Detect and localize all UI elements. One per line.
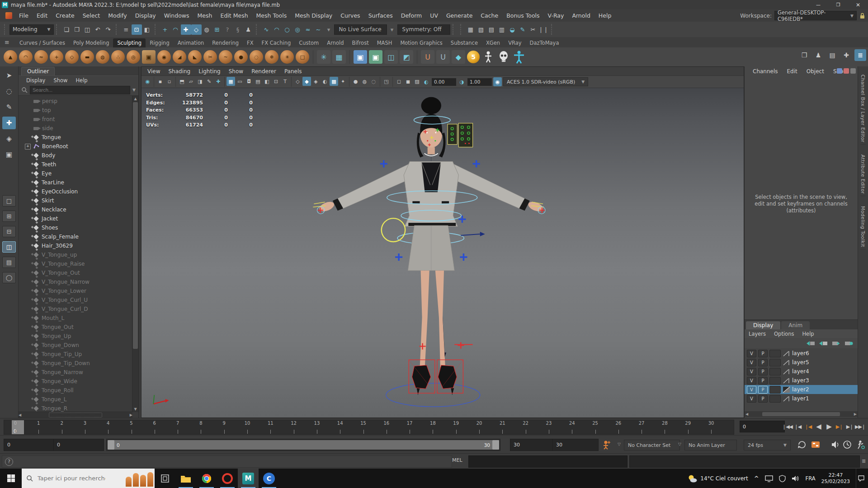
layer-row-layer5[interactable]: VPlayer5: [745, 358, 858, 367]
shelf-tab-motion-graphics[interactable]: Motion Graphics: [396, 38, 446, 47]
outliner-item-v_tongue_up[interactable]: V_Tongue_up: [19, 250, 138, 259]
layer-row-layer4[interactable]: VPlayer4: [745, 367, 858, 376]
outliner-item-v_tongue_lower[interactable]: V_Tongue_Lower: [19, 286, 138, 296]
sidebar-tab-attribute-editor[interactable]: Attribute Editor: [860, 153, 866, 196]
outliner-menu-item[interactable]: Show: [49, 77, 71, 84]
file-save-icon[interactable]: ◫: [82, 24, 93, 35]
foamy-brush-icon[interactable]: ◍: [96, 50, 109, 64]
outliner-item-hair_30629[interactable]: Hair_30629: [19, 241, 138, 250]
ipr-render-icon[interactable]: ▧: [476, 24, 486, 35]
spray-brush-icon[interactable]: ∴: [111, 50, 125, 64]
outliner-item-tongue_tip_up[interactable]: Tongue_Tip_Up: [19, 350, 138, 359]
shelf-tab-fx-caching[interactable]: FX Caching: [258, 38, 295, 47]
outliner-item-tongue_up[interactable]: Tongue_Up: [19, 332, 138, 341]
outliner-item-side[interactable]: side: [19, 124, 138, 133]
freeze-brush-icon[interactable]: ❄: [265, 50, 278, 64]
menu-item[interactable]: Mesh Tools: [252, 12, 291, 19]
outliner-item-boneroot[interactable]: +BoneRoot: [19, 142, 138, 151]
character-skirt[interactable]: [408, 225, 454, 271]
speed-icon[interactable]: [844, 68, 849, 74]
channel-box-menu-item[interactable]: Object: [802, 68, 829, 75]
smooth-brush-icon[interactable]: ◠: [19, 50, 33, 64]
character-set-dropdown[interactable]: No Character Set: [624, 440, 680, 450]
shelf-tab-fx[interactable]: FX: [243, 38, 258, 47]
outliner-item-body[interactable]: Body: [19, 151, 138, 160]
lock-camera-icon[interactable]: ▪: [156, 77, 165, 86]
layer-editor-menu-item[interactable]: Help: [798, 331, 818, 337]
evaluation-runner-icon[interactable]: [854, 440, 865, 450]
xray-icon[interactable]: ◻: [395, 77, 403, 86]
channel-box-menu-item[interactable]: Channels: [748, 68, 783, 75]
timeline-frame-number[interactable]: 25: [592, 421, 598, 426]
outliner-item-eye[interactable]: Eye: [19, 169, 138, 178]
scale-tool[interactable]: ▣: [2, 148, 16, 161]
maya-taskbar-button[interactable]: M: [238, 469, 259, 488]
chrome-button[interactable]: [196, 469, 217, 488]
menu-item[interactable]: Surfaces: [364, 12, 397, 19]
expand-icon[interactable]: +: [25, 144, 31, 150]
shelf-tab-curves-surfaces[interactable]: Curves / Surfaces: [15, 38, 69, 47]
timeline-frame-number[interactable]: 8: [199, 421, 202, 426]
select-by-hierarchy-icon[interactable]: ≡: [121, 24, 132, 35]
range-end-handle[interactable]: [492, 440, 499, 450]
field-chart-icon[interactable]: ◧: [263, 77, 271, 86]
wireframe-icon[interactable]: ◇: [293, 77, 302, 86]
safe-action-icon[interactable]: ⊡: [272, 77, 280, 86]
fps-dropdown[interactable]: 24 fps ▼: [744, 440, 791, 450]
shelf-tab-custom[interactable]: Custom: [295, 38, 323, 47]
character-head[interactable]: [417, 97, 446, 158]
curve-tool-1-icon[interactable]: ∿: [261, 24, 272, 35]
pinch-brush-icon[interactable]: ◇: [65, 50, 79, 64]
mute-audio-icon[interactable]: [830, 440, 841, 450]
outliner-item-tongue_out[interactable]: Tongue_Out: [19, 323, 138, 332]
viewport-menu-item[interactable]: Shading: [164, 68, 194, 75]
relax-brush-icon[interactable]: ≈: [34, 50, 48, 64]
colorspace-toggle-icon[interactable]: ◉: [493, 77, 502, 86]
step-forward-key-button[interactable]: ▶❘: [834, 421, 844, 432]
curve-tool-6-icon[interactable]: ~: [313, 24, 324, 35]
outliner-item-v_tongue_raise[interactable]: V_Tongue_Raise: [19, 259, 138, 268]
menu-item[interactable]: Edit Mesh: [216, 12, 252, 19]
shelf-tab-mash[interactable]: MASH: [373, 38, 396, 47]
magnet-alt-icon[interactable]: U: [436, 50, 450, 64]
shelf-tab-rendering[interactable]: Rendering: [208, 38, 243, 47]
outliner-item-v_tongue_curl_u[interactable]: V_Tongue_Curl_U: [19, 296, 138, 305]
timeline-frame-number[interactable]: 4: [107, 421, 109, 426]
outliner-item-tongue[interactable]: Tongue: [19, 133, 138, 142]
rotate-tool[interactable]: ◈: [2, 132, 16, 145]
layout-single-pane[interactable]: □: [2, 195, 16, 206]
skull-icon[interactable]: [497, 51, 510, 63]
shelf-tab-bifrost[interactable]: Bifrost: [348, 38, 373, 47]
sidebar-tab-channel-box-layer-editor[interactable]: Channel Box / Layer Editor: [860, 73, 866, 145]
select-by-object-icon[interactable]: ⊡: [132, 24, 142, 35]
lighting-icon[interactable]: ✦: [339, 77, 347, 86]
lasso-select-tool[interactable]: ◌: [2, 85, 16, 98]
channel-box-menu-item[interactable]: Edit: [783, 68, 802, 75]
ccleaner-button[interactable]: C: [259, 469, 279, 488]
bulge-brush-icon[interactable]: ●: [234, 50, 248, 64]
range-start-handle[interactable]: [108, 440, 114, 450]
play-backwards-button[interactable]: ◀: [813, 421, 824, 432]
layout-outliner-persp[interactable]: ◫: [2, 241, 16, 253]
scroll-right-icon[interactable]: ▶: [854, 412, 857, 416]
timeline-frame-number[interactable]: 15: [360, 421, 366, 426]
render-settings-icon[interactable]: ▤: [486, 24, 497, 35]
outliner-item-tongue_wide[interactable]: Tongue_Wide: [19, 377, 138, 386]
snap-to-plane-icon[interactable]: ◇: [191, 24, 202, 35]
menu-item[interactable]: File: [15, 12, 33, 19]
snap-together-icon[interactable]: ⊞: [212, 24, 222, 35]
outliner-item-tongue_l[interactable]: Tongue_L: [19, 395, 138, 404]
zoom-layout-icon[interactable]: ◯: [2, 272, 16, 283]
menu-item[interactable]: Arnold: [568, 12, 594, 19]
menu-item[interactable]: Help: [594, 12, 616, 19]
layer-editor-menu-item[interactable]: Options: [770, 331, 798, 337]
scroll-up-icon[interactable]: ▲: [132, 96, 138, 102]
scrollbar-thumb[interactable]: [762, 412, 840, 416]
menu-item[interactable]: Display: [131, 12, 160, 19]
menu-item[interactable]: Cache: [476, 12, 502, 19]
layer-playback-toggle[interactable]: P: [758, 359, 768, 366]
knife-brush-icon[interactable]: ✂: [203, 50, 217, 64]
character-shoes[interactable]: [412, 365, 457, 395]
range-slider-range[interactable]: 0 30: [108, 440, 499, 450]
timeline-frame-number[interactable]: 28: [662, 421, 668, 426]
